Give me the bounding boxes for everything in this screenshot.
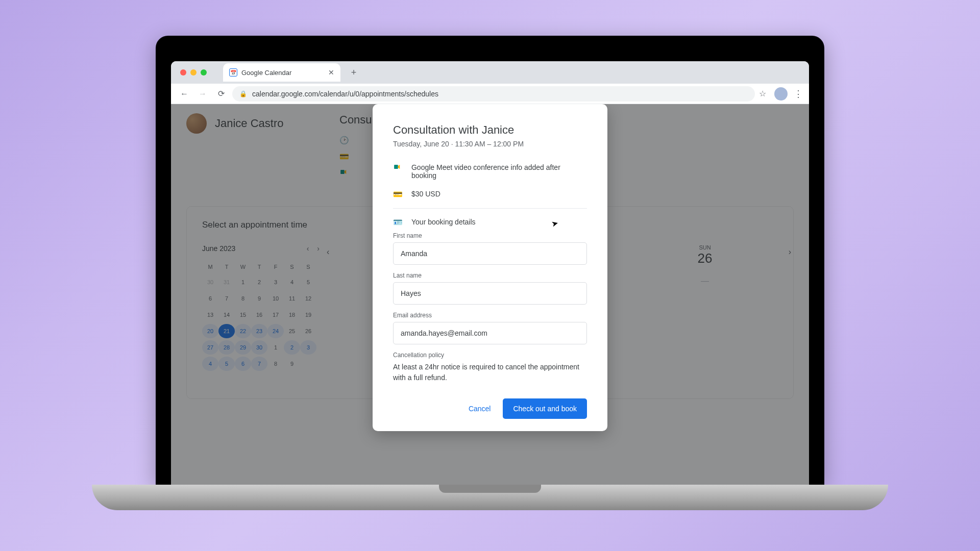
tab-bar: 📅 Google Calendar ✕ + bbox=[171, 61, 809, 84]
browser-window: 📅 Google Calendar ✕ + ← → ⟳ 🔒 calendar.g… bbox=[171, 61, 809, 485]
page-content: Janice Castro Consultation session 🕑plac… bbox=[171, 104, 809, 485]
window-controls bbox=[176, 69, 211, 76]
details-heading: Your booking details bbox=[411, 218, 476, 226]
last-name-label: Last name bbox=[393, 272, 587, 279]
address-bar[interactable]: 🔒 calendar.google.com/calendar/u/0/appoi… bbox=[232, 86, 755, 102]
window-maximize-button[interactable] bbox=[201, 69, 207, 76]
window-minimize-button[interactable] bbox=[190, 69, 197, 76]
laptop-frame: 📅 Google Calendar ✕ + ← → ⟳ 🔒 calendar.g… bbox=[148, 36, 832, 515]
modal-details-heading-row: 🪪 Your booking details bbox=[393, 213, 587, 232]
close-tab-icon[interactable]: ✕ bbox=[328, 68, 334, 77]
booking-modal: Consultation with Janice Tuesday, June 2… bbox=[373, 104, 607, 431]
bookmark-star-icon[interactable]: ☆ bbox=[759, 89, 766, 98]
modal-title: Consultation with Janice bbox=[393, 123, 587, 137]
modal-meet-text: Google Meet video conference info added … bbox=[411, 163, 587, 180]
browser-tab[interactable]: 📅 Google Calendar ✕ bbox=[223, 63, 340, 82]
modal-datetime: Tuesday, June 20 · 11:30 AM – 12:00 PM bbox=[393, 140, 587, 148]
modal-price-row: 💳 $30 USD bbox=[393, 185, 587, 204]
last-name-field[interactable] bbox=[393, 282, 587, 305]
forward-button[interactable]: → bbox=[195, 87, 210, 101]
url-text: calendar.google.com/calendar/u/0/appoint… bbox=[252, 90, 438, 98]
cancel-button[interactable]: Cancel bbox=[467, 399, 493, 418]
calendar-favicon-icon: 📅 bbox=[229, 68, 237, 77]
first-name-field[interactable] bbox=[393, 242, 587, 265]
modal-price: $30 USD bbox=[411, 190, 440, 198]
browser-menu-icon[interactable]: ⋮ bbox=[794, 88, 803, 99]
checkout-and-book-button[interactable]: Check out and book bbox=[503, 398, 587, 419]
lock-icon: 🔒 bbox=[239, 90, 247, 97]
modal-meet-row: Google Meet video conference info added … bbox=[393, 158, 587, 185]
back-button[interactable]: ← bbox=[177, 87, 191, 101]
laptop-screen: 📅 Google Calendar ✕ + ← → ⟳ 🔒 calendar.g… bbox=[156, 36, 824, 485]
email-field[interactable] bbox=[393, 322, 587, 344]
email-label: Email address bbox=[393, 312, 587, 319]
card-icon: 💳 bbox=[393, 190, 402, 199]
divider bbox=[393, 208, 587, 209]
policy-text: At least a 24hr notice is required to ca… bbox=[393, 362, 587, 383]
laptop-base bbox=[92, 485, 888, 510]
browser-toolbar: ← → ⟳ 🔒 calendar.google.com/calendar/u/0… bbox=[171, 84, 809, 104]
person-card-icon: 🪪 bbox=[393, 218, 402, 227]
first-name-label: First name bbox=[393, 232, 587, 239]
window-close-button[interactable] bbox=[180, 69, 186, 76]
meet-icon bbox=[393, 163, 402, 170]
reload-button[interactable]: ⟳ bbox=[214, 87, 228, 101]
tab-title: Google Calendar bbox=[241, 69, 291, 77]
new-tab-button[interactable]: + bbox=[347, 65, 361, 80]
svg-rect-1 bbox=[394, 165, 398, 169]
profile-avatar-icon[interactable] bbox=[774, 87, 788, 101]
policy-label: Cancellation policy bbox=[393, 352, 587, 359]
